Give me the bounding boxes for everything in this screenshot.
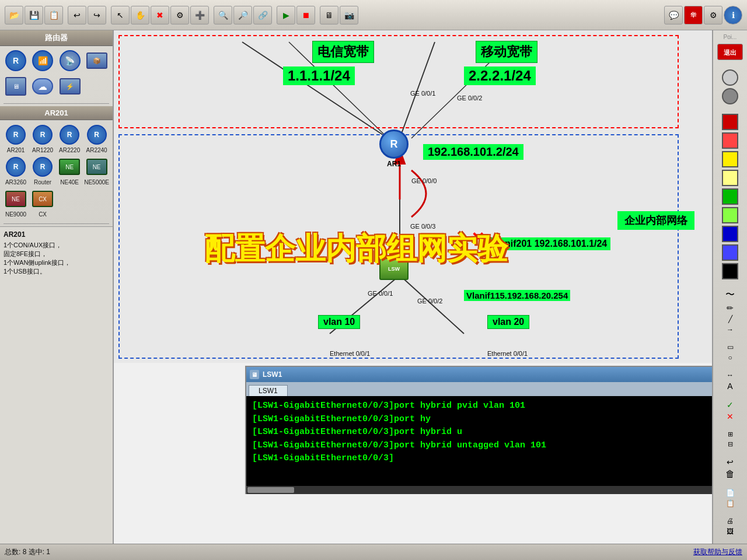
toolbar-select[interactable]: ↖ xyxy=(111,6,130,24)
device-ar-router[interactable]: R xyxy=(4,50,28,73)
toolbar-open[interactable]: 📂 xyxy=(5,6,23,24)
right-rect-icon[interactable]: ▭ xyxy=(727,343,734,351)
toolbar-save[interactable]: 💾 xyxy=(25,6,43,24)
right-bidir-arrow-icon[interactable]: ↔ xyxy=(727,371,734,379)
right-text-icon[interactable]: A xyxy=(727,382,732,391)
ne9000-icon: NE xyxy=(5,191,26,207)
iface-lower-ge001: GE 0/0/1 xyxy=(368,290,393,297)
device-ar1220[interactable]: R AR1220 xyxy=(30,124,55,153)
terminal-content[interactable]: [LSW1-GigabitEthernet0/0/3]port hybrid p… xyxy=(246,396,712,494)
device-ne40e[interactable]: NE NE40E xyxy=(57,156,82,186)
color-square-light-green[interactable] xyxy=(722,207,738,223)
toolbar-delete[interactable]: ✖ xyxy=(151,6,169,24)
ar201-icon: R xyxy=(6,125,26,145)
status-help[interactable]: 获取帮助与反馈 xyxy=(693,547,742,557)
right-image-icon[interactable]: 🖼 xyxy=(727,527,734,536)
lightning-icon: ⚡ xyxy=(60,78,81,94)
right-arrow-icon[interactable]: → xyxy=(727,326,734,334)
right-oval-icon[interactable]: ○ xyxy=(728,354,732,362)
terminal-tab-lsw1[interactable]: LSW1 xyxy=(249,385,288,396)
exit-button[interactable]: 退出 xyxy=(717,44,743,60)
color-square-red[interactable] xyxy=(722,114,738,130)
toolbar-chat[interactable]: 💬 xyxy=(664,6,683,24)
toolbar-stop[interactable]: ⏹ xyxy=(296,6,315,24)
device-monitor[interactable]: 🖥 xyxy=(4,75,28,97)
right-pencil-icon[interactable]: ✏ xyxy=(727,303,734,313)
right-dash-icon[interactable]: ⊟ xyxy=(728,440,733,448)
right-trash-icon[interactable]: 🗑 xyxy=(725,469,735,480)
color-square-blue[interactable] xyxy=(722,226,738,242)
right-poi-label: Poi... xyxy=(724,34,737,40)
device-ar2220[interactable]: R AR2220 xyxy=(57,124,82,153)
color-square-light-blue[interactable] xyxy=(722,244,738,261)
right-undo-icon[interactable]: ↩ xyxy=(727,457,734,467)
right-copy-icon[interactable]: 📋 xyxy=(726,499,735,508)
color-square-yellow[interactable] xyxy=(722,151,738,167)
toolbar-zoom-in[interactable]: 🔎 xyxy=(233,6,252,24)
color-square-green[interactable] xyxy=(722,188,738,205)
cloud-icon: ☁ xyxy=(32,78,53,94)
device-label-ne9000: NE9000 xyxy=(5,211,26,218)
toolbar-add[interactable]: ➕ xyxy=(190,6,209,24)
device-ar3260[interactable]: R AR3260 xyxy=(4,156,28,186)
isp-label-2: 移动宽带 xyxy=(476,41,537,63)
ip-label-2: 2.2.2.1/24 xyxy=(464,66,536,85)
color-square-light-yellow[interactable] xyxy=(722,170,738,186)
terminal-line-5[interactable]: [LSW1-GigabitEthernet0/0/3] xyxy=(252,452,712,466)
device-ne5000e[interactable]: NE NE5000E xyxy=(84,156,109,186)
terminal-window-title: LSW1 xyxy=(263,370,282,379)
device-lightning[interactable]: ⚡ xyxy=(58,75,82,97)
device-ne9000[interactable]: NE NE9000 xyxy=(4,188,28,218)
toolbar-search[interactable]: 🔍 xyxy=(214,6,232,24)
toolbar-settings[interactable]: ⚙ xyxy=(170,6,189,24)
terminal-hscrollbar[interactable] xyxy=(246,486,712,494)
toolbar-play[interactable]: ▶ xyxy=(277,6,295,24)
device-router[interactable]: R Router xyxy=(30,156,55,186)
terminal-line-1: [LSW1-GigabitEthernet0/0/3]port hybrid p… xyxy=(252,400,712,413)
right-check-icon[interactable]: ✓ xyxy=(727,400,734,410)
terminal-tabs: LSW1 xyxy=(246,382,712,396)
right-line-icon[interactable]: ╱ xyxy=(728,315,732,323)
right-x-icon[interactable]: ✕ xyxy=(727,412,734,421)
device-label-ar2220: AR2220 xyxy=(59,147,80,153)
color-square-black[interactable] xyxy=(722,263,738,279)
toolbar-huawei[interactable]: 华 xyxy=(684,6,703,24)
device-label-ar2240: AR2240 xyxy=(86,147,107,153)
terminal-line-4: [LSW1-GigabitEthernet0/0/3]port hybrid u… xyxy=(252,439,712,453)
cx-icon: CX xyxy=(32,191,53,207)
toolbar: 📂 💾 📋 ↩ ↪ ↖ ✋ ✖ ⚙ ➕ 🔍 🔎 🔗 ▶ ⏹ 🖥 📷 💬 华 ⚙ … xyxy=(0,0,747,30)
right-wave-icon[interactable]: 〜 xyxy=(725,289,735,301)
ar2240-icon: R xyxy=(87,125,107,145)
device-cloud[interactable]: ☁ xyxy=(30,75,55,97)
toolbar-monitor[interactable]: 🖥 xyxy=(320,6,338,24)
iface-lower-ge002: GE 0/0/2 xyxy=(417,298,442,304)
device-ar201[interactable]: R AR201 xyxy=(4,124,28,153)
device-wireless-router[interactable]: 📶 xyxy=(30,50,55,73)
router-ar1-node[interactable]: R AR1 xyxy=(379,130,409,168)
right-file-icon[interactable]: 📄 xyxy=(726,489,735,497)
ar2220-icon: R xyxy=(60,125,79,145)
toolbar-snapshot[interactable]: 📷 xyxy=(340,6,358,24)
color-dot-dark[interactable] xyxy=(722,88,738,104)
device-label-ne5000e: NE5000E xyxy=(84,179,109,186)
iface-ge000: GE 0/0/0 xyxy=(411,177,437,184)
right-grid-icon[interactable]: ⊞ xyxy=(728,430,733,438)
toolbar-info[interactable]: ℹ xyxy=(724,6,742,24)
toolbar-gear2[interactable]: ⚙ xyxy=(704,6,722,24)
terminal-title-icon: 🖥 xyxy=(250,370,259,379)
toolbar-hand[interactable]: ✋ xyxy=(131,6,149,24)
network-diagram: 电信宽带 移动宽带 1.1.1.1/24 2.2.2.1/24 GE 0/0/1… xyxy=(114,30,712,363)
right-print-icon[interactable]: 🖨 xyxy=(727,517,734,525)
toolbar-link[interactable]: 🔗 xyxy=(253,6,272,24)
device-ar2240[interactable]: R AR2240 xyxy=(84,124,109,153)
toolbar-undo[interactable]: ↩ xyxy=(68,6,86,24)
terminal-window: 🖥 LSW1 _ □ ✕ LSW1 [LSW1-GigabitEthernet0… xyxy=(245,366,712,494)
toolbar-copy[interactable]: 📋 xyxy=(44,6,63,24)
canvas-area[interactable]: 电信宽带 移动宽带 1.1.1.1/24 2.2.2.1/24 GE 0/0/1… xyxy=(114,30,712,560)
color-dot-gray[interactable] xyxy=(722,69,738,86)
color-square-light-red[interactable] xyxy=(722,132,738,149)
device-box[interactable]: 📦 xyxy=(85,50,109,73)
device-wireless2[interactable]: 📡 xyxy=(58,50,82,73)
device-cx[interactable]: CX CX xyxy=(30,188,55,218)
toolbar-redo[interactable]: ↪ xyxy=(88,6,106,24)
